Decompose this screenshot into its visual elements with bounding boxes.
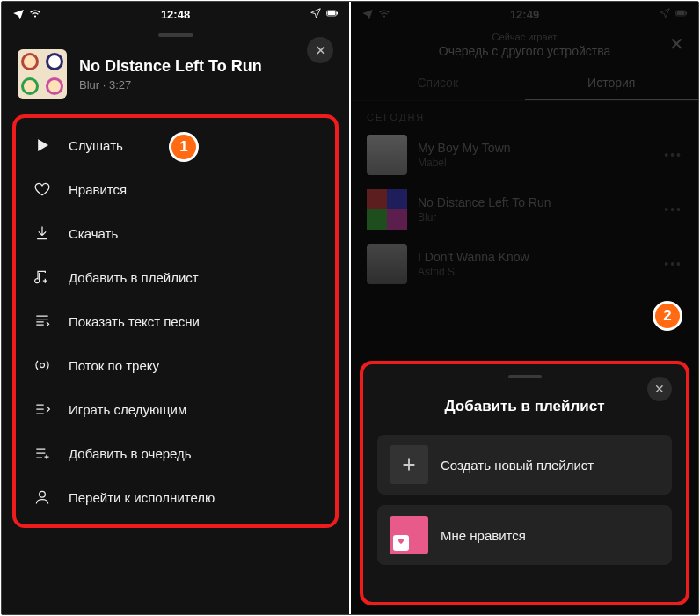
menu-radio[interactable]: Поток по треку <box>16 343 335 387</box>
track-meta: Blur · 3:27 <box>79 78 262 92</box>
menu-item-label: Слушать <box>69 138 123 153</box>
menu-download[interactable]: Скачать <box>16 211 335 255</box>
menu-play-next[interactable]: Играть следующим <box>16 387 335 431</box>
menu-lyrics[interactable]: Показать текст песни <box>16 299 335 343</box>
menu-item-label: Играть следующим <box>69 402 186 417</box>
svg-rect-1 <box>328 11 336 15</box>
menu-item-label: Поток по треку <box>69 358 159 373</box>
album-art <box>18 49 67 99</box>
location-icon <box>310 7 322 22</box>
svg-point-3 <box>40 363 45 368</box>
liked-playlist-icon <box>390 516 428 554</box>
queue-add-icon <box>32 443 53 464</box>
battery-icon <box>326 7 339 22</box>
menu-item-label: Нравится <box>69 182 127 197</box>
svg-point-4 <box>40 491 46 497</box>
annotation-badge-2: 2 <box>653 301 682 331</box>
annotation-badge-1: 1 <box>169 132 199 162</box>
left-screen: 12:48 ✕ No Distance Left To Run Blur · 3… <box>2 2 349 614</box>
menu-item-label: Перейти к исполнителю <box>69 490 215 505</box>
sheet-item-label: Создать новый плейлист <box>441 458 594 473</box>
radio-icon <box>32 355 53 376</box>
menu-item-label: Добавить в плейлист <box>69 270 199 285</box>
menu-item-label: Добавить в очередь <box>69 446 192 461</box>
menu-goto-artist[interactable]: Перейти к исполнителю <box>16 475 335 519</box>
liked-playlist-button[interactable]: Мне нравится <box>377 505 672 565</box>
airplane-icon <box>12 7 25 22</box>
sheet-item-label: Мне нравится <box>441 528 526 543</box>
menu-add-queue[interactable]: Добавить в очередь <box>16 431 335 475</box>
svg-rect-2 <box>337 11 338 14</box>
playlist-add-icon <box>32 267 53 288</box>
wifi-icon <box>29 7 41 22</box>
status-time: 12:48 <box>161 8 190 21</box>
download-icon <box>32 223 53 244</box>
add-to-playlist-sheet: ✕ Добавить в плейлист Создать новый плей… <box>360 361 689 605</box>
play-next-icon <box>32 399 53 420</box>
context-menu: Слушать Нравится Скачать Добавить в плей… <box>12 114 339 528</box>
menu-item-label: Показать текст песни <box>69 314 200 329</box>
close-button[interactable]: ✕ <box>307 37 333 63</box>
sheet-title: Добавить в плейлист <box>363 382 686 435</box>
menu-add-playlist[interactable]: Добавить в плейлист <box>16 255 335 299</box>
heart-icon <box>32 179 53 200</box>
create-playlist-button[interactable]: Создать новый плейлист <box>377 435 672 495</box>
play-icon <box>32 135 53 156</box>
lyrics-icon <box>32 311 53 332</box>
status-bar: 12:48 <box>2 2 349 26</box>
artist-icon <box>32 487 53 508</box>
track-title: No Distance Left To Run <box>79 57 262 76</box>
right-screen: 12:49 Сейчас играет Очередь с другого ус… <box>351 2 698 614</box>
plus-icon <box>390 445 428 484</box>
menu-item-label: Скачать <box>69 226 118 241</box>
close-button[interactable]: ✕ <box>647 377 672 401</box>
drag-handle[interactable] <box>508 375 542 378</box>
track-header: ✕ No Distance Left To Run Blur · 3:27 <box>2 37 349 114</box>
menu-like[interactable]: Нравится <box>16 167 335 211</box>
